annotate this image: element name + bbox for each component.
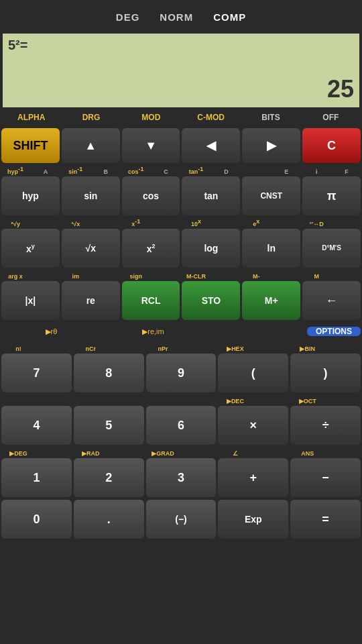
- btn-minus[interactable]: −: [290, 458, 361, 497]
- re-button[interactable]: re: [62, 281, 120, 320]
- sublabel-row-3: arg x im sign M-CLR M- M: [0, 269, 362, 280]
- sublabel-grad: ▶GRAD: [146, 450, 180, 457]
- btn-8[interactable]: 8: [74, 354, 144, 392]
- ctrl-mod[interactable]: MOD: [121, 113, 181, 122]
- btn-4[interactable]: 4: [1, 406, 72, 445]
- sublabel-deg2: ▶DEG: [1, 450, 36, 457]
- ctrl-off[interactable]: OFF: [301, 113, 361, 122]
- sublabel-cos-inv: cos-1: [122, 166, 150, 175]
- trig-row: hyp sin cos tan CNST π: [0, 175, 362, 217]
- btn-5[interactable]: 5: [74, 406, 144, 445]
- mode-comp[interactable]: COMP: [213, 11, 246, 23]
- clear-button[interactable]: C: [302, 128, 361, 163]
- sublabel-nfact: n!: [1, 345, 36, 352]
- display: 5²= 25: [3, 34, 359, 107]
- sublabel-oct: ▶OCT: [290, 398, 324, 405]
- sublabel-e2: E: [272, 168, 300, 175]
- arrow-left-button[interactable]: ◀: [182, 128, 240, 163]
- cos-button[interactable]: cos: [122, 176, 180, 215]
- mode-bar: DEG NORM COMP: [0, 0, 362, 34]
- display-input: 5²=: [8, 38, 354, 53]
- xy-button[interactable]: xy: [1, 229, 60, 268]
- mode-deg[interactable]: DEG: [116, 11, 140, 23]
- btn-neg[interactable]: (−): [146, 500, 217, 539]
- mplus-button[interactable]: M+: [242, 281, 300, 320]
- display-result: 25: [327, 75, 354, 103]
- num-row-2: 4 5 6 × ÷: [0, 405, 362, 446]
- sto-button[interactable]: STO: [182, 281, 240, 320]
- arrow-up-button[interactable]: ▲: [62, 128, 120, 163]
- btn-3[interactable]: 3: [146, 458, 217, 497]
- options-row: ▶rθ ▶re,im OPTIONS: [0, 321, 362, 341]
- btn-6[interactable]: 6: [146, 406, 217, 445]
- abs-button[interactable]: |x|: [1, 281, 60, 320]
- sin-button[interactable]: sin: [62, 176, 120, 215]
- btn-0[interactable]: 0: [1, 500, 72, 539]
- btn-exp[interactable]: Exp: [218, 500, 288, 539]
- sublabel-angle: ∠: [218, 450, 252, 457]
- ctrl-cmod[interactable]: C-MOD: [181, 113, 241, 122]
- options-button[interactable]: OPTIONS: [307, 327, 361, 336]
- btn-2[interactable]: 2: [74, 458, 144, 497]
- sublabel-tan-inv: tan-1: [182, 166, 210, 175]
- sublabel-c: C: [152, 168, 180, 175]
- sublabel-f: F: [333, 168, 361, 175]
- ctrl-row: ALPHA DRG MOD C-MOD BITS OFF: [0, 108, 362, 127]
- btn-7[interactable]: 7: [1, 354, 72, 392]
- sublabel-x-inv: x-1: [122, 218, 150, 227]
- arrow-down-button[interactable]: ▼: [122, 128, 180, 163]
- num-row-3: 1 2 3 + −: [0, 457, 362, 498]
- sublabel-dec: ▶DEC: [218, 398, 252, 405]
- btn-decimal[interactable]: .: [74, 500, 144, 539]
- hyp-button[interactable]: hyp: [1, 176, 60, 215]
- sublabel-num-row-3: ▶DEG ▶RAD ▶GRAD ∠ ANS: [0, 446, 362, 457]
- mode-norm[interactable]: NORM: [160, 11, 193, 23]
- sublabel-argx: arg x: [1, 273, 29, 280]
- sublabel-hex: ▶HEX: [218, 345, 252, 352]
- btn-close-paren[interactable]: ): [290, 354, 361, 392]
- btn-1[interactable]: 1: [1, 458, 72, 497]
- sublabel-num-row-2: ▶DEC ▶OCT: [0, 394, 362, 405]
- rcl-button[interactable]: RCL: [122, 281, 180, 320]
- sublabel-i: i: [302, 168, 330, 175]
- btn-equals[interactable]: =: [290, 500, 361, 539]
- btn-9[interactable]: 9: [146, 354, 217, 392]
- rect-label: ▶re,im: [103, 327, 203, 336]
- btn-plus[interactable]: +: [218, 458, 288, 497]
- arrow-right-button[interactable]: ▶: [242, 128, 300, 163]
- ctrl-alpha[interactable]: ALPHA: [1, 113, 61, 122]
- pi-button[interactable]: π: [302, 176, 361, 215]
- sublabel-a: A: [32, 168, 60, 175]
- sublabel-mminus: M-: [242, 273, 270, 280]
- num-row-1: 7 8 9 ( ): [0, 352, 362, 394]
- ln-button[interactable]: ln: [242, 229, 300, 268]
- x2-button[interactable]: x2: [122, 229, 180, 268]
- memory-row: |x| re RCL STO M+ ←: [0, 280, 362, 321]
- power-row: xy √x x2 log ln D°M'S: [0, 227, 362, 269]
- sublabel-row-1: hyp-1 A sin-1 B cos-1 C tan-1 D E i F: [0, 164, 362, 175]
- backspace-button[interactable]: ←: [302, 281, 361, 320]
- sublabel-ans: ANS: [290, 450, 324, 457]
- btn-multiply[interactable]: ×: [218, 406, 288, 445]
- shift-button[interactable]: SHIFT: [1, 128, 60, 163]
- sublabel-ex: ex: [242, 218, 270, 227]
- sublabel-m: M: [302, 273, 330, 280]
- sublabel-bin: ▶BIN: [290, 345, 324, 352]
- log-button[interactable]: log: [182, 229, 240, 268]
- ctrl-drg[interactable]: DRG: [61, 113, 121, 122]
- sublabel-ncr: nCr: [74, 345, 108, 352]
- btn-open-paren[interactable]: (: [218, 354, 288, 392]
- cnst-button[interactable]: CNST: [242, 176, 300, 215]
- dms-button[interactable]: D°M'S: [302, 229, 361, 268]
- sublabel-hyp-inv: hyp-1: [1, 166, 29, 175]
- sublabel-deg-conv: °'↔D: [302, 221, 330, 227]
- shift-row: SHIFT ▲ ▼ ◀ ▶ C: [0, 127, 362, 164]
- sublabel-num-row-1: n! nCr nPr ▶HEX ▶BIN: [0, 341, 362, 352]
- sublabel-b: B: [92, 168, 120, 175]
- tan-button[interactable]: tan: [182, 176, 240, 215]
- sublabel-10x: 10x: [182, 218, 210, 227]
- btn-divide[interactable]: ÷: [290, 406, 361, 445]
- sqrt-button[interactable]: √x: [62, 229, 120, 268]
- ctrl-bits[interactable]: BITS: [241, 113, 300, 122]
- num-row-4: 0 . (−) Exp =: [0, 498, 362, 540]
